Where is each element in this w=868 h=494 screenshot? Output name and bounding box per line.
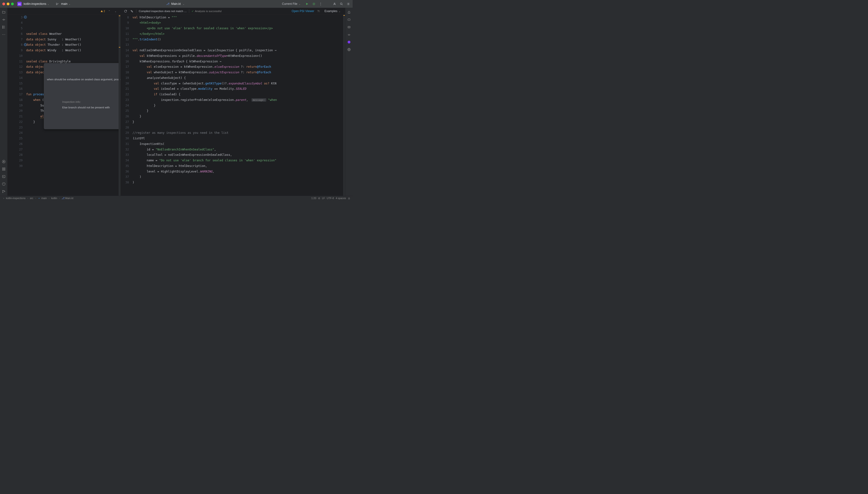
- more-actions-button[interactable]: ⋮: [319, 2, 323, 6]
- code-line[interactable]: val ktWhenExpressions = psiFile.descenda…: [132, 53, 343, 59]
- code-line[interactable]: [26, 141, 119, 147]
- code-line[interactable]: [132, 42, 343, 48]
- more-tools-icon[interactable]: ⋯: [1, 32, 6, 37]
- cursor-position[interactable]: 1:20: [311, 197, 316, 200]
- right-editor-markers[interactable]: [343, 15, 345, 196]
- code-line[interactable]: [26, 180, 119, 185]
- code-line[interactable]: htmlDescription = htmlDescription,: [132, 163, 343, 169]
- code-line[interactable]: [132, 125, 343, 130]
- code-line[interactable]: if (isSealed) {: [132, 92, 343, 97]
- indent-setting[interactable]: 4 spaces: [336, 197, 346, 200]
- close-window-button[interactable]: [2, 2, 5, 5]
- inspection-warning-badge[interactable]: 2: [101, 10, 105, 13]
- current-file-tab[interactable]: Main.kt: [171, 2, 181, 5]
- left-editor-markers[interactable]: [119, 15, 121, 196]
- code-line[interactable]: <p>Do not use 'else' branch for sealed c…: [132, 26, 343, 31]
- breadcrumb-root[interactable]: ▫ kotlin-inspections: [2, 197, 26, 200]
- problems-nav-up-icon[interactable]: ⌃: [107, 9, 111, 13]
- code-line[interactable]: val classType = (whenSubject.getKtType()…: [132, 80, 343, 86]
- help-icon[interactable]: ?⃝: [317, 9, 321, 13]
- file-encoding[interactable]: UTF-8: [327, 197, 334, 200]
- breadcrumb-item[interactable]: src: [30, 197, 33, 200]
- run-config-dropdown[interactable]: Current File⌄: [281, 1, 302, 6]
- code-line[interactable]: level = HighlightDisplayLevel.WARNING,: [132, 169, 343, 174]
- inspection-tool-icon[interactable]: [347, 40, 351, 44]
- code-line[interactable]: [26, 163, 119, 169]
- code-line[interactable]: sealed class Weather: [26, 31, 119, 37]
- vcs-branch-icon[interactable]: [55, 2, 59, 6]
- code-line[interactable]: //register as many inspections as you ne…: [132, 130, 343, 136]
- terminal-tool-icon[interactable]: [1, 174, 6, 179]
- right-code-editor[interactable]: 8910111213141516171819202122232425262728…: [121, 15, 345, 196]
- svg-rect-13: [4, 168, 5, 169]
- code-line[interactable]: </body></html>: [132, 31, 343, 37]
- code-line[interactable]: val whenSubject = ktWhenExpression.subje…: [132, 70, 343, 75]
- code-line[interactable]: <html><body>: [132, 20, 343, 26]
- code-line[interactable]: data object Sunny : Weather(): [26, 37, 119, 42]
- code-line[interactable]: [26, 147, 119, 152]
- code-line[interactable]: }: [132, 114, 343, 119]
- sync-icon[interactable]: [130, 9, 134, 13]
- run-tool-icon[interactable]: [1, 159, 6, 164]
- code-line[interactable]: }: [132, 108, 343, 114]
- code-line[interactable]: analyze(whenSubject) {: [132, 75, 343, 80]
- code-line[interactable]: ): [132, 174, 343, 180]
- code-line[interactable]: ): [132, 180, 343, 185]
- problems-tool-icon[interactable]: [1, 182, 6, 187]
- commit-tool-icon[interactable]: [1, 17, 6, 22]
- code-line[interactable]: listOf(: [132, 136, 343, 141]
- debug-button[interactable]: [312, 2, 316, 6]
- code-line[interactable]: ktWhenExpressions.forEach { ktWhenExpres…: [132, 59, 343, 64]
- vcs-tool-icon[interactable]: [1, 189, 6, 194]
- code-line[interactable]: [26, 158, 119, 163]
- code-line[interactable]: [26, 169, 119, 174]
- breadcrumb-file[interactable]: ⎇ Main.kt: [61, 197, 73, 200]
- refresh-icon[interactable]: [124, 9, 127, 13]
- left-code-editor[interactable]: 3456789101112131415161718192021222324252…: [7, 15, 121, 196]
- database-tool-icon[interactable]: [347, 25, 351, 30]
- code-line[interactable]: localTool = noElseInWhenExpressionOnSeal…: [132, 152, 343, 158]
- readonly-lock-icon[interactable]: [348, 197, 350, 200]
- code-line[interactable]: }: [132, 119, 343, 125]
- ai-assistant-icon[interactable]: [347, 17, 351, 22]
- endpoints-tool-icon[interactable]: [347, 47, 351, 52]
- encoding-indicator-icon[interactable]: ⊘: [318, 197, 320, 200]
- maximize-window-button[interactable]: [11, 2, 14, 5]
- code-with-me-icon[interactable]: [332, 2, 337, 6]
- code-line[interactable]: id = "NoElseBranchInWhenOnSealedClass",: [132, 147, 343, 152]
- breadcrumb-item[interactable]: ▪ main: [38, 197, 47, 200]
- branch-dropdown[interactable]: main ⌄: [61, 2, 71, 5]
- run-button[interactable]: [305, 2, 309, 6]
- code-line[interactable]: [26, 53, 119, 59]
- problems-nav-down-icon[interactable]: ⌄: [113, 9, 117, 13]
- search-everywhere-icon[interactable]: [340, 2, 343, 6]
- code-line[interactable]: }: [132, 102, 343, 108]
- code-line[interactable]: inspection.registerProblem(elseExpressio…: [132, 97, 343, 102]
- minimize-window-button[interactable]: [7, 2, 10, 5]
- code-line[interactable]: [26, 152, 119, 158]
- project-badge[interactable]: KI: [17, 2, 22, 6]
- code-line[interactable]: [26, 130, 119, 136]
- line-separator[interactable]: LF: [322, 197, 325, 200]
- project-tool-icon[interactable]: [1, 10, 6, 15]
- project-name-dropdown[interactable]: kotlin-inspections ⌄: [24, 2, 49, 5]
- examples-dropdown[interactable]: Examples⌄: [323, 9, 342, 14]
- code-line[interactable]: val htmlDescription = """: [132, 15, 343, 20]
- code-line[interactable]: name = "Do not use 'else' branch for sea…: [132, 158, 343, 163]
- open-psi-viewer-link[interactable]: Open PSI Viewer: [292, 10, 314, 13]
- gradle-tool-icon[interactable]: [347, 32, 351, 37]
- code-line[interactable]: val isSealed = classType.modality == Mod…: [132, 86, 343, 92]
- code-line[interactable]: val noElseInWhenExpressionOnSealedClass …: [132, 48, 343, 53]
- settings-icon[interactable]: [346, 2, 350, 6]
- code-line[interactable]: [26, 136, 119, 141]
- code-line[interactable]: data object Thunder : Weather(): [26, 42, 119, 48]
- notifications-icon[interactable]: [347, 10, 351, 15]
- services-tool-icon[interactable]: [1, 167, 6, 172]
- code-line[interactable]: [26, 174, 119, 180]
- breadcrumb-item[interactable]: kotlin: [51, 197, 57, 200]
- structure-tool-icon[interactable]: [1, 25, 6, 30]
- code-line[interactable]: val elseExpression = ktWhenExpression.el…: [132, 64, 343, 70]
- code-line[interactable]: data object Windy : Weather(): [26, 48, 119, 53]
- code-line[interactable]: """.trimIndent(): [132, 37, 343, 42]
- code-line[interactable]: InspectionKts(: [132, 141, 343, 147]
